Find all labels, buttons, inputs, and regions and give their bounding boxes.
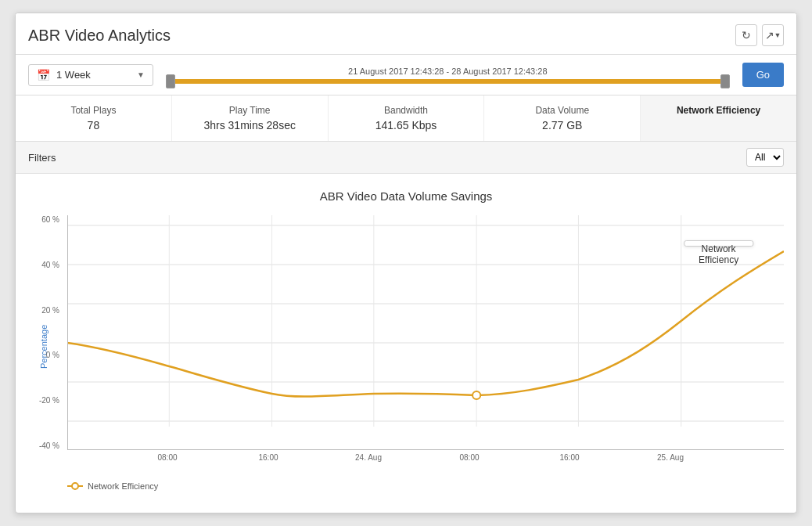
date-range-slider-section: 21 August 2017 12:43:28 - 28 August 2017… [166, 67, 730, 84]
stat-value-bandwidth: 141.65 Kbps [335, 119, 478, 132]
network-efficiency-tooltip: Network Efficiency [684, 240, 753, 247]
filters-label: Filters [28, 152, 56, 164]
y-tick-40: 40 % [41, 261, 59, 269]
y-tick-60: 60 % [41, 215, 59, 224]
stat-label-bandwidth: Bandwidth [335, 105, 478, 116]
title-bar: ABR Video Analytics ↻ ↗ ▼ [16, 13, 796, 55]
date-range-selector[interactable]: 📅 1 Week ▼ [28, 64, 153, 86]
dropdown-arrow-icon: ▼ [774, 31, 781, 39]
calendar-icon: 📅 [37, 69, 50, 81]
stat-value-total-plays: 78 [22, 119, 165, 132]
export-button[interactable]: ↗ ▼ [762, 24, 784, 46]
chart-wrapper: Percentage [28, 215, 784, 491]
go-button[interactable]: Go [742, 63, 784, 87]
date-range-label: 1 Week [56, 69, 131, 81]
y-tick-0: 0 % [46, 351, 59, 359]
title-actions: ↻ ↗ ▼ [735, 24, 784, 46]
chart-plot-area: 60 % 40 % 20 % 0 % -20 % -40 % [67, 215, 784, 450]
stat-play-time: Play Time 3hrs 31mins 28sec [172, 95, 329, 141]
y-axis-ticks: 60 % 40 % 20 % 0 % -20 % -40 % [28, 215, 63, 450]
stat-value-data-volume: 2.77 GB [490, 119, 634, 132]
legend-line-icon [67, 481, 83, 491]
x-tick-1600-1: 16:00 [258, 453, 278, 462]
x-tick-24aug: 24. Aug [355, 453, 382, 462]
chart-container: ABR Video Data Volume Savings Percentage [16, 174, 796, 503]
x-tick-1600-2: 16:00 [559, 453, 579, 462]
toolbar: 📅 1 Week ▼ 21 August 2017 12:43:28 - 28 … [16, 55, 796, 95]
stat-label-data-volume: Data Volume [490, 105, 634, 116]
y-tick-n40: -40 % [39, 441, 59, 450]
y-axis-line [67, 215, 68, 450]
stats-bar: Total Plays 78 Play Time 3hrs 31mins 28s… [16, 95, 796, 142]
stat-network-efficiency[interactable]: Network Efficiency Network Efficiency [641, 95, 796, 141]
refresh-icon: ↻ [742, 29, 751, 41]
filter-select[interactable]: All [746, 148, 784, 167]
range-date-label: 21 August 2017 12:43:28 - 28 August 2017… [166, 67, 730, 76]
filters-bar: Filters All [16, 142, 796, 174]
refresh-button[interactable]: ↻ [735, 24, 757, 46]
export-icon: ↗ [765, 29, 774, 41]
dropdown-arrow-icon: ▼ [137, 70, 145, 79]
y-tick-n20: -20 % [39, 396, 59, 405]
y-tick-20: 20 % [41, 306, 59, 315]
stat-label-network-efficiency: Network Efficiency [647, 105, 790, 116]
svg-point-14 [72, 483, 78, 489]
range-slider-track[interactable] [166, 79, 730, 84]
chart-legend: Network Efficiency [67, 475, 784, 491]
page-title: ABR Video Analytics [28, 27, 171, 45]
x-tick-0800-1: 08:00 [157, 453, 177, 462]
stat-data-volume: Data Volume 2.77 GB [484, 95, 641, 141]
stat-value-play-time: 3hrs 31mins 28sec [178, 119, 322, 132]
svg-point-12 [472, 391, 480, 399]
x-axis-labels: 08:00 16:00 24. Aug 08:00 16:00 25. Aug [67, 450, 784, 469]
stat-bandwidth: Bandwidth 141.65 Kbps [329, 95, 485, 141]
x-tick-25aug: 25. Aug [657, 453, 684, 462]
chart-title: ABR Video Data Volume Savings [28, 189, 784, 203]
stat-label-total-plays: Total Plays [22, 105, 165, 116]
stat-total-plays: Total Plays 78 [16, 95, 172, 141]
x-tick-0800-2: 08:00 [459, 453, 479, 462]
main-window: ABR Video Analytics ↻ ↗ ▼ 📅 1 Week ▼ 21 … [15, 13, 797, 513]
tooltip-text: Network Efficiency [699, 243, 738, 265]
chart-svg [67, 215, 784, 450]
legend-label-network-efficiency: Network Efficiency [88, 481, 158, 491]
stat-label-play-time: Play Time [178, 105, 322, 116]
